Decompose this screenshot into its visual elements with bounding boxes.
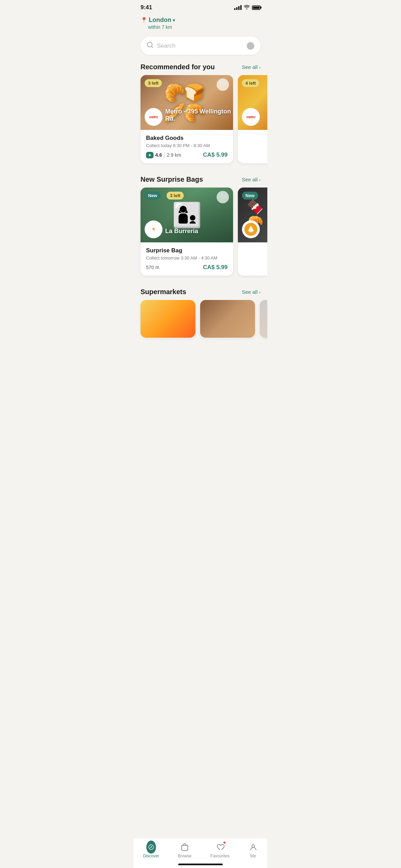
supermarket-image-3 [260, 300, 267, 338]
new-bag-card-2[interactable]: New [238, 188, 267, 276]
notification-badge [223, 841, 226, 844]
items-left-badge-2: 4 left [242, 79, 259, 87]
new-bag-card-1[interactable]: 👩‍👦 New 3 left ♡ 🍕 La Burreria Surprise … [141, 188, 233, 276]
browse-label: Browse [178, 854, 192, 858]
supermarket-card-3[interactable] [260, 300, 267, 338]
supermarket-card-1[interactable] [141, 300, 195, 338]
store-name-overlay: Metro - 395 Wellington Rd. [165, 108, 233, 122]
search-icon [147, 41, 154, 50]
rating-row: ★ 4.6 | 2.9 km [146, 152, 181, 158]
burreria-item-title: Surprise Bag [146, 247, 228, 254]
supermarket-card-2[interactable] [200, 300, 255, 338]
status-time: 9:41 [141, 4, 152, 11]
svg-rect-3 [182, 845, 188, 851]
metro-logo: metro [149, 115, 158, 119]
recommended-title: Recommended for you [141, 63, 215, 71]
favourite-button[interactable]: ♡ [217, 79, 229, 91]
new-bags-title: New Surprise Bags [141, 176, 203, 183]
pastel-logo [242, 220, 260, 238]
burreria-footer: 570 m CA$ 5.99 [146, 264, 228, 271]
recommended-cards-scroll: 3 left ♡ metro Metro - 395 Wellington Rd… [134, 75, 267, 170]
nav-discover[interactable]: Discover [143, 842, 159, 858]
burreria-price: CA$ 5.99 [203, 264, 228, 271]
card-footer: ★ 4.6 | 2.9 km CA$ 5.99 [146, 152, 228, 158]
search-placeholder: Search [157, 43, 243, 49]
browse-icon-wrap [180, 842, 190, 852]
new-bags-scroll: 👩‍👦 New 3 left ♡ 🍕 La Burreria Surprise … [134, 188, 267, 282]
price: CA$ 5.99 [203, 152, 228, 158]
star-rating-badge: ★ [146, 152, 154, 158]
burreria-distance: 570 m [146, 265, 159, 270]
burreria-image: 👩‍👦 New 3 left ♡ 🍕 La Burreria [141, 188, 233, 242]
card-body-1: Baked Goods Collect today 8:30 PM - 8:30… [141, 130, 233, 163]
nav-me[interactable]: Me [248, 842, 258, 858]
compass-icon [146, 841, 156, 854]
burreria-collect-time: Collect tomorrow 3:30 AM - 4:30 AM [146, 255, 228, 261]
signal-icon [234, 5, 242, 10]
rating-score: 4.6 [155, 152, 162, 158]
status-icons [234, 5, 260, 11]
heart-icon [216, 843, 224, 852]
store-logo-2: metro [242, 108, 260, 126]
supermarkets-title: Supermarkets [141, 288, 186, 296]
supermarkets-scroll [134, 300, 267, 345]
new-badge: New [145, 192, 161, 200]
discover-label: Discover [143, 854, 159, 858]
recommended-card-1[interactable]: 3 left ♡ metro Metro - 395 Wellington Rd… [141, 75, 233, 163]
location-pin-icon: 📍 [141, 17, 147, 23]
new-bags-see-all[interactable]: See all › [242, 177, 260, 182]
me-label: Me [250, 854, 256, 858]
items-left-badge: 3 left [145, 79, 162, 87]
chevron-right-icon-3: › [259, 290, 260, 295]
favourites-label: Favourites [210, 854, 230, 858]
burreria-logo: 🍕 [145, 220, 162, 238]
microphone-icon[interactable] [247, 42, 254, 50]
location-header: 📍 London ▾ within 7 km [134, 14, 267, 34]
burreria-store-name: La Burreria [165, 228, 198, 235]
pastel-logo-inner [244, 223, 257, 236]
supermarkets-section-header: Supermarkets See all › [134, 285, 267, 300]
svg-line-1 [152, 47, 153, 48]
chevron-right-icon-2: › [259, 177, 260, 182]
home-indicator [178, 864, 223, 865]
distance: 2.9 km [167, 152, 181, 158]
pastel-image: New [238, 188, 267, 242]
chevron-down-icon[interactable]: ▾ [173, 17, 175, 23]
svg-point-4 [252, 845, 255, 847]
supermarket-image-2 [200, 300, 255, 338]
favourite-button-2[interactable]: ♡ [217, 191, 229, 203]
star-icon: ★ [148, 153, 151, 157]
bag-icon [180, 843, 189, 852]
new-bags-section-header: New Surprise Bags See all › [134, 173, 267, 188]
nav-favourites[interactable]: Favourites [210, 842, 230, 858]
recommended-card-2[interactable]: 4 left metro [238, 75, 267, 163]
location-city[interactable]: London [149, 16, 171, 24]
chevron-right-icon: › [259, 65, 260, 70]
recommended-see-all[interactable]: See all › [242, 64, 260, 70]
burreria-logo-text: 🍕 [152, 228, 155, 231]
item-title: Baked Goods [146, 135, 228, 142]
battery-icon [252, 5, 260, 10]
location-range: within 7 km [141, 24, 260, 30]
status-bar: 9:41 [134, 0, 267, 14]
discover-icon-wrap [146, 842, 156, 852]
divider: | [163, 152, 165, 158]
new-badge-2: New [242, 192, 258, 200]
search-bar[interactable]: Search [141, 37, 260, 55]
search-container: Search [134, 34, 267, 60]
items-left-badge-3: 3 left [167, 192, 184, 200]
favourites-icon-wrap [215, 842, 225, 852]
card-image-1: 3 left ♡ metro Metro - 395 Wellington Rd… [141, 75, 233, 130]
metro-logo-2: metro [246, 115, 255, 119]
store-logo: metro [145, 108, 162, 126]
burreria-card-body: Surprise Bag Collect tomorrow 3:30 AM - … [141, 242, 233, 276]
wifi-icon [244, 5, 250, 11]
supermarket-image-1 [141, 300, 195, 338]
supermarkets-see-all[interactable]: See all › [242, 289, 260, 295]
person-icon [249, 843, 258, 852]
recommended-section-header: Recommended for you See all › [134, 60, 267, 75]
collect-time: Collect today 8:30 PM - 8:30 AM [146, 143, 228, 148]
card-image-2: 4 left metro [238, 75, 267, 130]
nav-browse[interactable]: Browse [178, 842, 192, 858]
me-icon-wrap [248, 842, 258, 852]
